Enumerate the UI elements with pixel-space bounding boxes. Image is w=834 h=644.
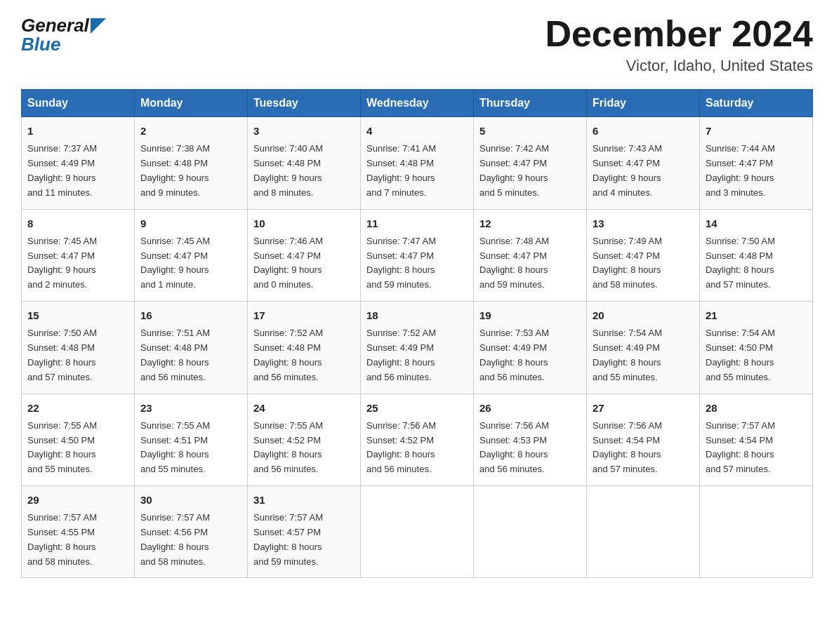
day-info: Sunrise: 7:50 AMSunset: 4:48 PMDaylight:… <box>706 234 807 293</box>
calendar-cell <box>587 485 700 577</box>
day-number: 9 <box>140 215 241 232</box>
day-info: Sunrise: 7:47 AMSunset: 4:47 PMDaylight:… <box>366 234 468 293</box>
calendar-table: SundayMondayTuesdayWednesdayThursdayFrid… <box>21 89 813 578</box>
day-info: Sunrise: 7:52 AMSunset: 4:49 PMDaylight:… <box>366 326 468 384</box>
day-number: 23 <box>140 400 241 416</box>
calendar-cell: 7Sunrise: 7:44 AMSunset: 4:47 PMDaylight… <box>700 117 813 209</box>
day-header-tuesday: Tuesday <box>248 90 361 117</box>
day-info: Sunrise: 7:57 AMSunset: 4:56 PMDaylight:… <box>140 511 241 569</box>
day-info: Sunrise: 7:56 AMSunset: 4:52 PMDaylight:… <box>366 419 468 477</box>
day-number: 8 <box>27 215 128 232</box>
day-info: Sunrise: 7:51 AMSunset: 4:48 PMDaylight:… <box>140 326 241 384</box>
day-info: Sunrise: 7:55 AMSunset: 4:52 PMDaylight:… <box>253 419 355 477</box>
day-number: 4 <box>366 123 468 139</box>
day-number: 16 <box>140 307 241 323</box>
day-info: Sunrise: 7:53 AMSunset: 4:49 PMDaylight:… <box>479 326 581 384</box>
day-info: Sunrise: 7:44 AMSunset: 4:47 PMDaylight:… <box>706 142 807 200</box>
day-number: 17 <box>253 307 355 323</box>
day-info: Sunrise: 7:55 AMSunset: 4:50 PMDaylight:… <box>27 419 128 477</box>
svg-marker-0 <box>91 18 106 34</box>
day-info: Sunrise: 7:45 AMSunset: 4:47 PMDaylight:… <box>140 234 241 293</box>
day-info: Sunrise: 7:48 AMSunset: 4:47 PMDaylight:… <box>479 234 581 293</box>
calendar-cell: 12Sunrise: 7:48 AMSunset: 4:47 PMDayligh… <box>474 209 587 301</box>
week-row-2: 8Sunrise: 7:45 AMSunset: 4:47 PMDaylight… <box>22 209 813 301</box>
calendar-cell: 19Sunrise: 7:53 AMSunset: 4:49 PMDayligh… <box>474 302 587 394</box>
calendar-cell: 20Sunrise: 7:54 AMSunset: 4:49 PMDayligh… <box>587 302 700 394</box>
week-row-3: 15Sunrise: 7:50 AMSunset: 4:48 PMDayligh… <box>22 302 813 394</box>
day-number: 26 <box>479 400 581 416</box>
day-number: 13 <box>593 215 694 232</box>
day-number: 3 <box>253 123 355 139</box>
day-number: 27 <box>593 400 694 416</box>
day-info: Sunrise: 7:55 AMSunset: 4:51 PMDaylight:… <box>140 419 241 477</box>
day-info: Sunrise: 7:54 AMSunset: 4:49 PMDaylight:… <box>593 326 694 384</box>
day-number: 11 <box>366 215 468 232</box>
calendar-cell: 5Sunrise: 7:42 AMSunset: 4:47 PMDaylight… <box>474 117 587 209</box>
calendar-cell: 29Sunrise: 7:57 AMSunset: 4:55 PMDayligh… <box>22 485 135 577</box>
calendar-cell: 16Sunrise: 7:51 AMSunset: 4:48 PMDayligh… <box>135 302 248 394</box>
calendar-cell: 14Sunrise: 7:50 AMSunset: 4:48 PMDayligh… <box>700 209 813 301</box>
day-number: 22 <box>27 400 128 416</box>
day-info: Sunrise: 7:45 AMSunset: 4:47 PMDaylight:… <box>27 234 128 293</box>
day-number: 25 <box>366 400 468 416</box>
logo-general-text: General <box>21 15 89 36</box>
day-info: Sunrise: 7:56 AMSunset: 4:53 PMDaylight:… <box>479 419 581 477</box>
logo: General Blue <box>21 14 106 55</box>
calendar-cell <box>361 485 474 577</box>
calendar-cell: 6Sunrise: 7:43 AMSunset: 4:47 PMDaylight… <box>587 117 700 209</box>
day-header-saturday: Saturday <box>700 90 813 117</box>
day-number: 5 <box>479 123 581 139</box>
day-number: 24 <box>253 400 355 416</box>
day-header-monday: Monday <box>135 90 248 117</box>
calendar-cell: 13Sunrise: 7:49 AMSunset: 4:47 PMDayligh… <box>587 209 700 301</box>
calendar-cell: 26Sunrise: 7:56 AMSunset: 4:53 PMDayligh… <box>474 394 587 485</box>
day-header-sunday: Sunday <box>22 90 135 117</box>
title-section: December 2024 Victor, Idaho, United Stat… <box>545 14 813 75</box>
calendar-cell: 3Sunrise: 7:40 AMSunset: 4:48 PMDaylight… <box>248 117 361 209</box>
calendar-cell: 9Sunrise: 7:45 AMSunset: 4:47 PMDaylight… <box>135 209 248 301</box>
day-number: 7 <box>706 123 807 139</box>
calendar-cell <box>700 485 813 577</box>
calendar-cell: 1Sunrise: 7:37 AMSunset: 4:49 PMDaylight… <box>22 117 135 209</box>
day-info: Sunrise: 7:52 AMSunset: 4:48 PMDaylight:… <box>253 326 355 384</box>
month-title: December 2024 <box>545 14 813 54</box>
location-text: Victor, Idaho, United States <box>545 57 813 75</box>
day-number: 19 <box>479 307 581 323</box>
week-row-1: 1Sunrise: 7:37 AMSunset: 4:49 PMDaylight… <box>22 117 813 209</box>
calendar-cell: 10Sunrise: 7:46 AMSunset: 4:47 PMDayligh… <box>248 209 361 301</box>
day-info: Sunrise: 7:57 AMSunset: 4:54 PMDaylight:… <box>706 419 807 477</box>
calendar-cell: 21Sunrise: 7:54 AMSunset: 4:50 PMDayligh… <box>700 302 813 394</box>
calendar-cell: 28Sunrise: 7:57 AMSunset: 4:54 PMDayligh… <box>700 394 813 485</box>
day-number: 2 <box>140 123 241 139</box>
day-number: 31 <box>253 492 355 508</box>
day-info: Sunrise: 7:38 AMSunset: 4:48 PMDaylight:… <box>140 142 241 200</box>
week-row-4: 22Sunrise: 7:55 AMSunset: 4:50 PMDayligh… <box>22 394 813 485</box>
day-number: 18 <box>366 307 468 323</box>
calendar-cell: 31Sunrise: 7:57 AMSunset: 4:57 PMDayligh… <box>248 485 361 577</box>
day-info: Sunrise: 7:43 AMSunset: 4:47 PMDaylight:… <box>593 142 694 200</box>
day-number: 1 <box>27 123 128 139</box>
calendar-cell: 27Sunrise: 7:56 AMSunset: 4:54 PMDayligh… <box>587 394 700 485</box>
day-info: Sunrise: 7:56 AMSunset: 4:54 PMDaylight:… <box>593 419 694 477</box>
day-number: 6 <box>593 123 694 139</box>
calendar-cell: 4Sunrise: 7:41 AMSunset: 4:48 PMDaylight… <box>361 117 474 209</box>
calendar-cell: 24Sunrise: 7:55 AMSunset: 4:52 PMDayligh… <box>248 394 361 485</box>
day-info: Sunrise: 7:54 AMSunset: 4:50 PMDaylight:… <box>706 326 807 384</box>
calendar-cell: 17Sunrise: 7:52 AMSunset: 4:48 PMDayligh… <box>248 302 361 394</box>
calendar-cell: 22Sunrise: 7:55 AMSunset: 4:50 PMDayligh… <box>22 394 135 485</box>
day-info: Sunrise: 7:50 AMSunset: 4:48 PMDaylight:… <box>27 326 128 384</box>
day-header-thursday: Thursday <box>474 90 587 117</box>
calendar-header-row: SundayMondayTuesdayWednesdayThursdayFrid… <box>22 90 813 117</box>
page-header: General Blue December 2024 Victor, Idaho… <box>21 14 813 75</box>
calendar-cell: 2Sunrise: 7:38 AMSunset: 4:48 PMDaylight… <box>135 117 248 209</box>
calendar-cell: 8Sunrise: 7:45 AMSunset: 4:47 PMDaylight… <box>22 209 135 301</box>
day-number: 30 <box>140 492 241 508</box>
calendar-cell <box>474 485 587 577</box>
calendar-cell: 11Sunrise: 7:47 AMSunset: 4:47 PMDayligh… <box>361 209 474 301</box>
day-header-wednesday: Wednesday <box>361 90 474 117</box>
calendar-cell: 25Sunrise: 7:56 AMSunset: 4:52 PMDayligh… <box>361 394 474 485</box>
day-header-friday: Friday <box>587 90 700 117</box>
calendar-cell: 23Sunrise: 7:55 AMSunset: 4:51 PMDayligh… <box>135 394 248 485</box>
day-info: Sunrise: 7:42 AMSunset: 4:47 PMDaylight:… <box>479 142 581 200</box>
day-number: 15 <box>27 307 128 323</box>
